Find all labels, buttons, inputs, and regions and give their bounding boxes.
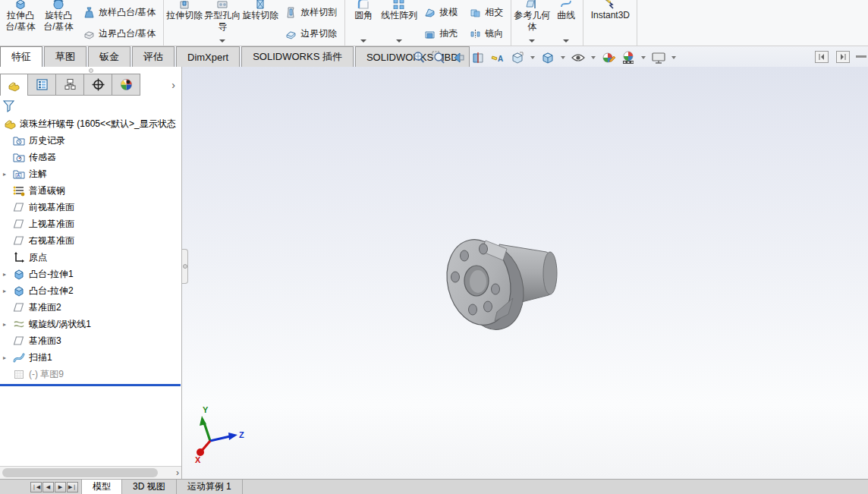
revolved-cut-button[interactable]: 旋转切除 [241,0,279,46]
extruded-cut-button[interactable]: 拉伸切除 [165,0,203,46]
panel-grip-handle[interactable] [0,67,181,74]
tree-item-part-root[interactable]: 滚珠丝杆螺母 (1605<<默认>_显示状态 [2,115,181,132]
button-label: 放样切割 [300,6,337,19]
shell-button[interactable]: 抽壳 [421,26,461,42]
dropdown-caret-icon[interactable] [561,56,565,59]
fillet-button[interactable]: 圆角 [347,0,380,46]
configurationmanager-tab[interactable] [56,74,84,96]
dropdown-caret-icon[interactable] [529,39,535,42]
first-tab-button[interactable]: ❘◀ [30,482,42,492]
tree-item-annotations[interactable]: ▸ A 注解 [2,165,181,182]
zoom-to-area-icon[interactable] [431,50,446,65]
tab-sketch[interactable]: 草图 [44,46,86,67]
collapse-right-pane-button[interactable] [836,51,850,63]
tab-label: DimXpert [187,52,228,63]
draft-button[interactable]: 拔模 [421,5,461,20]
dropdown-caret-icon[interactable] [360,39,366,42]
model-ballscrew-nut[interactable] [425,219,599,348]
panel-splitter-handle[interactable] [182,249,188,284]
collapse-left-pane-button[interactable] [815,51,829,63]
last-tab-button[interactable]: ▶❘ [67,482,78,492]
curves-button[interactable]: 曲线 [551,0,581,46]
hide-show-items-icon[interactable] [571,50,586,65]
tab-solidworks-addins[interactable]: SOLIDWORKS 插件 [241,46,354,67]
tree-item-boss-extrude2[interactable]: ▸ 凸台-拉伸2 [2,282,181,299]
triad-y-label: Y [203,405,209,414]
section-view-icon[interactable] [470,50,486,65]
dropdown-caret-icon[interactable] [563,39,569,42]
tree-item-front-plane[interactable]: 前视基准面 [2,199,181,216]
svg-text:A: A [17,173,20,178]
expand-arrow-icon[interactable]: ▸ [3,271,6,278]
dropdown-caret-icon[interactable] [219,39,225,42]
reference-geometry-button[interactable]: 参考几何体 [513,0,551,46]
tree-item-origin[interactable]: 原点 [2,249,181,266]
tree-item-sensors[interactable]: 传感器 [2,149,181,165]
boundary-cut-button[interactable]: 边界切除 [282,26,340,42]
panel-horizontal-scrollbar[interactable]: › [0,466,181,479]
view-orientation-icon[interactable] [510,50,525,65]
expand-arrow-icon[interactable]: ▸ [3,288,6,294]
previous-view-icon[interactable] [451,50,466,65]
displaymanager-tab[interactable] [112,74,140,96]
dimxpertmanager-tab[interactable] [84,74,112,96]
next-tab-button[interactable]: ▶ [55,482,66,492]
graphics-viewport[interactable]: Y Z X [182,67,868,479]
tree-item-history[interactable]: 历史记录 [2,132,181,149]
linear-pattern-button[interactable]: 线性阵列 [380,0,418,46]
tree-item-top-plane[interactable]: 上视基准面 [2,216,181,232]
tab-features[interactable]: 特征 [0,46,42,67]
extruded-boss-button[interactable]: 拉伸凸台/基体 [2,0,39,46]
lofted-boss-button[interactable]: 放样凸台/基体 [80,5,159,20]
filter-funnel-icon[interactable] [2,99,17,113]
tab-3d-views[interactable]: 3D 视图 [122,480,177,494]
dropdown-caret-icon[interactable] [641,56,646,59]
tab-sheet-metal[interactable]: 钣金 [88,46,131,67]
scrollbar-thumb[interactable] [2,468,158,477]
intersect-button[interactable]: 相交 [467,5,506,20]
edit-appearance-icon[interactable] [601,50,616,65]
mirror-button[interactable]: 镜向 [467,26,506,42]
tree-item-plane3[interactable]: 基准面3 [2,332,181,349]
display-style-icon[interactable] [540,50,555,65]
tree-item-helix[interactable]: ▸ 螺旋线/涡状线1 [2,316,181,332]
dropdown-caret-icon[interactable] [396,39,402,42]
scroll-right-arrow[interactable]: › [176,467,179,478]
expand-arrow-icon[interactable]: ▸ [3,171,6,178]
intersect-icon [470,7,481,18]
tree-item-plane2[interactable]: 基准面2 [2,299,181,316]
expand-arrow-icon[interactable]: ▸ [3,354,6,361]
revolved-boss-button[interactable]: 旋转凸台/基体 [39,0,77,46]
tree-item-material[interactable]: 普通碳钢 [2,182,181,199]
featuremanager-tab[interactable] [0,74,28,96]
tree-item-boss-extrude1[interactable]: ▸ 凸台-拉伸1 [2,266,181,282]
tab-dimxpert[interactable]: DimXpert [176,46,240,67]
zoom-to-fit-icon[interactable] [411,50,426,65]
tab-model[interactable]: 模型 [81,480,122,494]
expand-arrow-icon[interactable]: ▸ [3,321,6,328]
propertymanager-tab[interactable] [28,74,56,96]
propertymanager-icon [36,78,49,91]
tab-navigation-buttons: ❘◀ ◀ ▶ ▶❘ [0,480,81,494]
apply-scene-icon[interactable] [621,50,636,65]
view-settings-icon[interactable] [651,50,666,65]
triad-z-label: Z [239,430,244,439]
dropdown-caret-icon[interactable] [530,56,535,59]
tab-evaluate[interactable]: 评估 [132,46,175,67]
hole-wizard-button[interactable]: 异型孔向导 [203,0,241,46]
tree-item-sketch9[interactable]: (-) 草图9 [2,366,181,382]
prev-tab-button[interactable]: ◀ [42,482,54,492]
revolved-boss-icon [52,0,65,9]
tree-item-right-plane[interactable]: 右视基准面 [2,232,181,249]
panel-tab-overflow-arrow[interactable]: › [140,74,181,96]
lofted-cut-button[interactable]: 放样切割 [282,5,340,20]
tree-item-label: 凸台-拉伸2 [29,285,74,297]
tree-item-sweep1[interactable]: ▸ 扫描1 [2,349,181,366]
dropdown-caret-icon[interactable] [671,56,676,59]
instant3d-button[interactable]: Instant3D [585,0,635,46]
tab-motion-study-1[interactable]: 运动算例 1 [177,480,243,494]
dropdown-caret-icon[interactable] [591,56,596,59]
annotation-view-icon[interactable]: A [490,50,505,65]
displaymanager-icon [120,78,133,91]
boundary-boss-button[interactable]: 边界凸台/基体 [80,26,159,42]
